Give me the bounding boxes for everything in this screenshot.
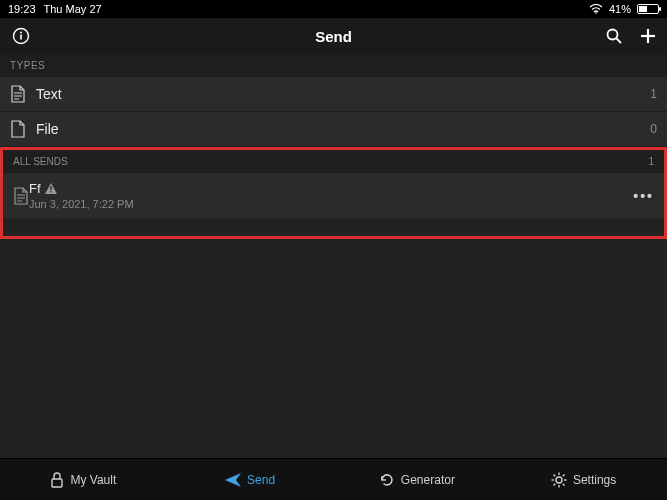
- svg-point-2: [20, 32, 22, 34]
- app-header: Send: [0, 18, 667, 54]
- tab-bar: My Vault Send Generator Settings: [0, 458, 667, 500]
- tab-send-label: Send: [247, 473, 275, 487]
- send-item-date: Jun 3, 2021, 7:22 PM: [29, 198, 633, 210]
- send-item-name: Ff: [29, 181, 41, 196]
- type-file-label: File: [36, 121, 650, 137]
- svg-line-25: [563, 474, 565, 476]
- refresh-icon: [379, 472, 395, 488]
- svg-rect-3: [20, 35, 22, 40]
- type-file-count: 0: [650, 122, 657, 136]
- page-title: Send: [315, 28, 352, 45]
- gear-icon: [551, 472, 567, 488]
- tab-generator-label: Generator: [401, 473, 455, 487]
- svg-rect-14: [50, 186, 51, 190]
- tab-my-vault[interactable]: My Vault: [0, 459, 167, 500]
- file-icon: [10, 120, 26, 138]
- section-all-sends-header: ALL SENDS 1: [3, 150, 664, 173]
- tab-settings-label: Settings: [573, 473, 616, 487]
- status-bar: 19:23 Thu May 27 41%: [0, 0, 667, 18]
- svg-line-5: [617, 39, 622, 44]
- svg-point-4: [608, 30, 618, 40]
- svg-line-23: [563, 483, 565, 485]
- svg-rect-15: [50, 191, 51, 192]
- highlight-annotation: ALL SENDS 1 Ff Jun 3, 2021, 7:22 PM •••: [0, 147, 667, 239]
- all-sends-label: ALL SENDS: [13, 156, 68, 167]
- svg-point-17: [556, 477, 562, 483]
- type-text-label: Text: [36, 86, 650, 102]
- main-content: TYPES Text 1 File 0 ALL SENDS 1 Ff: [0, 54, 667, 458]
- svg-point-0: [595, 12, 597, 14]
- send-item[interactable]: Ff Jun 3, 2021, 7:22 PM •••: [3, 173, 664, 218]
- add-icon[interactable]: [639, 27, 657, 45]
- svg-line-22: [553, 474, 555, 476]
- wifi-icon: [589, 4, 603, 14]
- type-row-text[interactable]: Text 1: [0, 77, 667, 112]
- type-text-count: 1: [650, 87, 657, 101]
- tab-vault-label: My Vault: [70, 473, 116, 487]
- send-icon: [225, 473, 241, 487]
- tab-send[interactable]: Send: [167, 459, 334, 500]
- battery-percent: 41%: [609, 3, 631, 15]
- document-icon: [13, 187, 29, 205]
- status-time: 19:23: [8, 3, 36, 15]
- document-icon: [10, 85, 26, 103]
- type-row-file[interactable]: File 0: [0, 112, 667, 147]
- lock-icon: [50, 472, 64, 488]
- section-types-header: TYPES: [0, 54, 667, 77]
- tab-generator[interactable]: Generator: [334, 459, 501, 500]
- info-icon[interactable]: [12, 27, 30, 45]
- types-label: TYPES: [10, 60, 45, 71]
- svg-line-24: [553, 483, 555, 485]
- search-icon[interactable]: [605, 27, 623, 45]
- more-options-icon[interactable]: •••: [633, 188, 654, 204]
- warning-icon: [45, 183, 57, 194]
- tab-settings[interactable]: Settings: [500, 459, 667, 500]
- svg-rect-16: [52, 479, 62, 487]
- battery-icon: [637, 4, 659, 14]
- status-date: Thu May 27: [44, 3, 102, 15]
- all-sends-count: 1: [648, 156, 654, 167]
- spacer: [3, 218, 664, 236]
